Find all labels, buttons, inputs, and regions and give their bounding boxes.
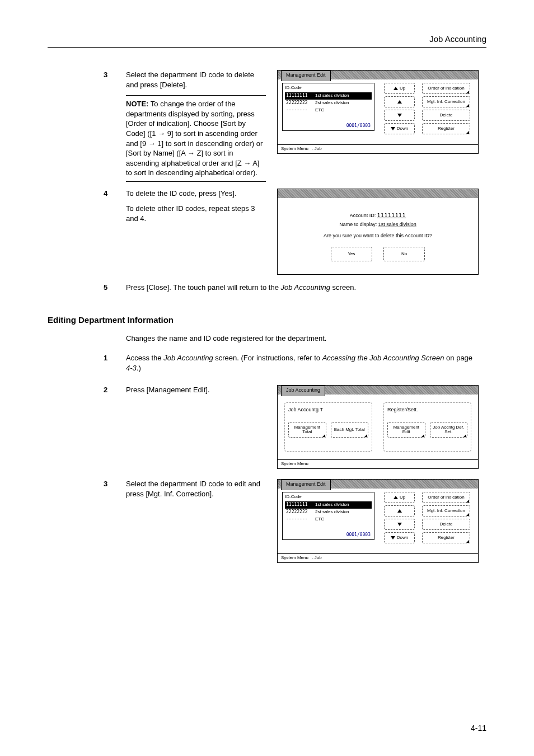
step-number: 3: [48, 479, 126, 489]
step-5-row: 5 Press [Close]. The touch panel will re…: [48, 283, 486, 298]
name-to-display-line: Name to display: 1st sales division: [339, 221, 416, 228]
no-button[interactable]: No: [383, 247, 425, 261]
job-accntg-def-set-button[interactable]: Job Accntg Def. Set.: [430, 422, 468, 438]
triangle-down-icon: [391, 127, 395, 130]
list-row[interactable]: 111111111st sales division: [285, 92, 372, 100]
step-number: 3: [48, 70, 126, 80]
delete-button[interactable]: Delete: [422, 110, 470, 121]
note-label: NOTE:: [126, 100, 148, 108]
screen-footer: System Menu- Job: [278, 553, 478, 562]
mgt-inf-correction-button[interactable]: Mgt. Inf. Correction: [422, 505, 470, 516]
screen-footer: System Menu- Job: [278, 144, 478, 153]
step-3a-text: Select the department ID code to delete …: [126, 70, 266, 90]
section-intro: Changes the name and ID code registered …: [126, 334, 486, 344]
step-1b-text: Access the Job Accounting screen. (For i…: [126, 353, 475, 373]
step-text: Access the Job Accounting screen. (For i…: [126, 353, 486, 378]
section-heading: Editing Department Information: [48, 314, 486, 326]
triangle-down-icon: [391, 536, 395, 539]
step-2b-text: Press [Management Edit].: [126, 385, 266, 395]
screenshot-mgmt-edit-1: Management Edit ID-Code 111111111st sale…: [277, 70, 479, 154]
titlebar: [278, 189, 478, 198]
up-button[interactable]: Up: [384, 83, 415, 94]
step-3b-text: Select the department ID code to edit an…: [126, 479, 266, 499]
page: Job Accounting 3 Select the department I…: [0, 0, 534, 756]
triangle-up-icon: [394, 496, 398, 499]
titlebar: Management Edit: [278, 71, 478, 79]
list-row[interactable]: 222222222st sales division: [285, 509, 372, 516]
account-id-line: Account ID: 11111111: [350, 212, 406, 219]
note-text: To change the order of the departments d…: [126, 100, 263, 177]
titlebar: Job Accounting: [278, 386, 478, 395]
mgt-inf-correction-button[interactable]: Mgt. Inf. Correction: [422, 96, 470, 107]
triangle-up-icon: [397, 100, 402, 104]
scroll-up-button[interactable]: [384, 96, 415, 107]
step-4-text-2: To delete other ID codes, repeat steps 3…: [126, 204, 266, 223]
step-number: 5: [48, 283, 126, 293]
triangle-up-icon: [397, 509, 402, 513]
list-row[interactable]: --------ETC: [285, 516, 372, 523]
panel-title: Register/Sett.: [387, 406, 467, 413]
scroll-down-button[interactable]: [384, 110, 415, 121]
scroll-up-button[interactable]: [384, 505, 415, 516]
screen: Management Edit ID-Code 111111111st sale…: [277, 479, 479, 563]
step-number: 4: [48, 189, 126, 199]
step-4-text-1: To delete the ID code, press [Yes].: [126, 189, 266, 199]
page-number: 4-11: [471, 723, 486, 734]
screenshot-job-accounting: Job Accounting Job Accountg T Management…: [277, 385, 479, 469]
triangle-up-icon: [394, 87, 398, 90]
step-text: Press [Management Edit].: [126, 385, 277, 401]
confirm-question: Are you sure you want to delete this Acc…: [324, 232, 432, 239]
panel-title: Job Accountg T: [288, 406, 368, 413]
list-header: ID-Code: [285, 494, 372, 500]
each-mgt-total-button[interactable]: Each Mgt. Total: [331, 422, 369, 438]
step-3b-row: 3 Select the department ID code to edit …: [48, 479, 486, 563]
list-header: ID-Code: [285, 85, 372, 91]
step-text: Select the department ID code to delete …: [126, 70, 277, 181]
down-button[interactable]: Down: [384, 123, 415, 134]
step-number: 1: [48, 353, 126, 363]
step-4-row: 4 To delete the ID code, press [Yes]. To…: [48, 189, 486, 275]
step-text: Press [Close]. The touch panel will retu…: [126, 283, 486, 298]
left-panel: Job Accountg T Management Total Each Mgt…: [284, 402, 372, 452]
step-2b-row: 2 Press [Management Edit]. Job Accountin…: [48, 385, 486, 469]
screen: Job Accounting Job Accountg T Management…: [277, 385, 479, 469]
order-of-indication-button[interactable]: Order of indication: [422, 492, 470, 503]
register-button[interactable]: Register: [422, 123, 470, 134]
scroll-down-button[interactable]: [384, 519, 415, 530]
step-3a-row: 3 Select the department ID code to delet…: [48, 70, 486, 181]
yes-button[interactable]: Yes: [331, 247, 372, 261]
screen: Management Edit ID-Code 111111111st sale…: [277, 70, 479, 154]
management-total-button[interactable]: Management Total: [288, 422, 326, 438]
screenshot-confirm: Account ID: 11111111 Name to display: 1s…: [277, 189, 479, 275]
down-button[interactable]: Down: [384, 532, 415, 543]
id-code-list[interactable]: ID-Code 111111111st sales division 22222…: [282, 492, 374, 540]
note-box: NOTE: To change the order of the departm…: [126, 95, 266, 181]
pager: 0001/0003: [346, 123, 371, 129]
screenshot-mgmt-edit-2: Management Edit ID-Code 111111111st sale…: [277, 479, 479, 563]
up-button[interactable]: Up: [384, 492, 415, 503]
titlebar: Management Edit: [278, 480, 478, 489]
right-panel: Register/Sett. Management Edit Job Accnt…: [383, 402, 471, 452]
screen: Account ID: 11111111 Name to display: 1s…: [277, 189, 479, 275]
step-number: 2: [48, 385, 126, 395]
order-of-indication-button[interactable]: Order of indication: [422, 83, 470, 94]
running-header: Job Accounting: [48, 34, 486, 48]
step-5-text: Press [Close]. The touch panel will retu…: [126, 283, 475, 293]
delete-button[interactable]: Delete: [422, 519, 470, 530]
step-1b-row: 1 Access the Job Accounting screen. (For…: [48, 353, 486, 378]
id-code-list[interactable]: ID-Code 111111111st sales division 22222…: [282, 83, 374, 131]
list-row[interactable]: 222222222st sales division: [285, 100, 372, 107]
register-button[interactable]: Register: [422, 532, 470, 543]
management-edit-button[interactable]: Management Edit: [387, 422, 425, 438]
triangle-down-icon: [397, 523, 402, 526]
list-row[interactable]: 111111111st sales division: [285, 501, 372, 509]
list-row[interactable]: --------ETC: [285, 107, 372, 114]
step-text: Select the department ID code to edit an…: [126, 479, 277, 504]
step-text: To delete the ID code, press [Yes]. To d…: [126, 189, 277, 229]
pager: 0001/0003: [346, 532, 371, 538]
triangle-down-icon: [397, 114, 402, 117]
titlebar-tab: Job Accounting: [281, 386, 325, 396]
screen-footer: System Menu: [278, 459, 478, 468]
